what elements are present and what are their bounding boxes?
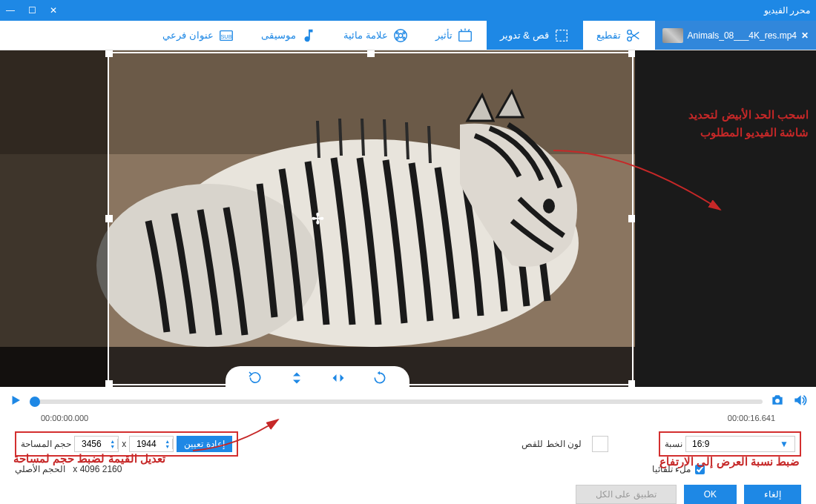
toolbar-tabs: تقطيع قص & تدوير تأثير علامة مائية موسيق… bbox=[0, 21, 655, 50]
video-preview[interactable]: ✢ bbox=[0, 50, 635, 387]
height-spinner[interactable]: ▲▼ bbox=[108, 439, 118, 449]
tab-label: تقطيع bbox=[596, 30, 621, 41]
sidebar: اسحب الحد الأبيض لتحديد شاشة الفيديو الم… bbox=[635, 50, 816, 387]
tab-effect[interactable]: تأثير bbox=[422, 21, 487, 50]
chevron-down-icon: ▼ bbox=[780, 439, 789, 449]
area-label: حجم المساحة bbox=[21, 439, 71, 449]
svg-point-5 bbox=[398, 33, 403, 38]
tab-label: تأثير bbox=[435, 30, 453, 41]
crop-handle-tr[interactable] bbox=[628, 50, 635, 57]
timeline-thumb[interactable] bbox=[30, 397, 40, 407]
titlebar: محرر الفيديو — ☐ ✕ bbox=[0, 0, 816, 21]
annotation-adjust-value: تعديل القيمة لضبط حجم لمساحة bbox=[13, 452, 165, 465]
settings-panel: 16:9 ▼ نسبة لون الخط للقص إعادة تعيين ▲▼… bbox=[0, 422, 816, 480]
tab-subtitle[interactable]: SUB عنوان فرعي bbox=[149, 21, 248, 50]
rotate-controls bbox=[226, 366, 409, 387]
apply-all-button[interactable]: تطبيق على الكل bbox=[576, 485, 677, 504]
svg-rect-3 bbox=[458, 31, 471, 41]
svg-point-0 bbox=[627, 30, 631, 34]
play-button[interactable] bbox=[9, 394, 22, 410]
crop-handle-l[interactable] bbox=[105, 215, 113, 222]
annotation-set-ratio: ضبط نسبة العرض إلى الارتفاع bbox=[659, 455, 800, 468]
crop-dimmed-area bbox=[0, 50, 108, 387]
music-icon bbox=[300, 27, 317, 44]
ok-button[interactable]: OK bbox=[684, 485, 737, 504]
width-input[interactable]: ▲▼ bbox=[129, 436, 174, 452]
annotation-drag-border: اسحب الحد الأبيض لتحديد شاشة الفيديو الم… bbox=[688, 106, 809, 142]
rotate-cw-button[interactable] bbox=[372, 371, 387, 385]
crop-frame[interactable] bbox=[108, 52, 634, 385]
height-field[interactable] bbox=[75, 437, 108, 451]
maximize-button[interactable]: ☐ bbox=[28, 5, 36, 16]
reset-rotation-button[interactable] bbox=[248, 371, 263, 385]
file-name: Animals_08___4K_res.mp4 bbox=[688, 30, 797, 41]
toolbar: Animals_08___4K_res.mp4 ✕ تقطيع قص & تدو… bbox=[0, 21, 816, 50]
original-size-value: 2160 x 4096 bbox=[73, 464, 122, 474]
crop-line-color-swatch[interactable] bbox=[592, 436, 608, 452]
svg-point-4 bbox=[394, 29, 407, 42]
tab-label: موسيقى bbox=[261, 30, 296, 41]
file-thumbnail bbox=[662, 28, 683, 43]
snapshot-button[interactable] bbox=[770, 393, 785, 411]
tab-cut[interactable]: تقطيع bbox=[583, 21, 655, 50]
subtitle-icon: SUB bbox=[218, 27, 234, 44]
svg-point-1 bbox=[627, 36, 631, 41]
flip-horizontal-button[interactable] bbox=[331, 371, 346, 385]
crop-handle-bl[interactable] bbox=[105, 380, 113, 387]
ratio-group-highlight: 16:9 ▼ نسبة bbox=[659, 431, 801, 457]
width-spinner[interactable]: ▲▼ bbox=[162, 439, 173, 449]
file-close-button[interactable]: ✕ bbox=[801, 30, 809, 41]
tab-watermark[interactable]: علامة مائية bbox=[330, 21, 422, 50]
ratio-value: 16:9 bbox=[692, 439, 709, 449]
close-button[interactable]: ✕ bbox=[50, 5, 57, 16]
timeline-times: 00:00:00.000 00:00:16.641 bbox=[0, 414, 816, 422]
crop-center-cross: ✢ bbox=[312, 210, 324, 228]
crop-handle-r[interactable] bbox=[628, 215, 635, 222]
ratio-label: نسبة bbox=[665, 439, 682, 449]
x-separator: x bbox=[122, 439, 126, 449]
tab-label: عنوان فرعي bbox=[162, 30, 214, 41]
window-controls: — ☐ ✕ bbox=[6, 5, 57, 16]
time-current: 00:00:00.000 bbox=[41, 414, 88, 422]
svg-point-7 bbox=[403, 31, 405, 33]
tab-label: علامة مائية bbox=[343, 30, 388, 41]
tab-crop-rotate[interactable]: قص & تدوير bbox=[487, 21, 583, 50]
width-field[interactable] bbox=[130, 437, 162, 451]
svg-point-6 bbox=[396, 31, 398, 33]
svg-text:SUB: SUB bbox=[221, 33, 232, 39]
timeline-track[interactable] bbox=[30, 399, 763, 404]
height-input[interactable]: ▲▼ bbox=[74, 436, 119, 452]
time-total: 00:00:16.641 bbox=[728, 414, 775, 422]
crop-handle-tl[interactable] bbox=[105, 50, 113, 57]
crop-handle-t[interactable] bbox=[367, 50, 375, 57]
cancel-button[interactable]: إلغاء bbox=[744, 485, 801, 504]
scissors-icon bbox=[625, 27, 642, 44]
svg-point-8 bbox=[396, 37, 398, 39]
file-tab[interactable]: Animals_08___4K_res.mp4 ✕ bbox=[655, 21, 816, 50]
crop-icon bbox=[553, 27, 570, 44]
flip-vertical-button[interactable] bbox=[289, 371, 304, 385]
window-title: محرر الفيديو bbox=[764, 5, 810, 16]
svg-point-9 bbox=[403, 37, 405, 39]
preview-panel: ✢ bbox=[0, 50, 635, 387]
effect-icon bbox=[457, 27, 473, 44]
volume-button[interactable] bbox=[792, 393, 807, 411]
aspect-ratio-select[interactable]: 16:9 ▼ bbox=[685, 436, 795, 452]
svg-rect-2 bbox=[556, 30, 567, 41]
watermark-icon bbox=[392, 27, 409, 44]
tab-label: قص & تدوير bbox=[500, 30, 549, 41]
main-area: اسحب الحد الأبيض لتحديد شاشة الفيديو الم… bbox=[0, 50, 816, 387]
crop-handle-br[interactable] bbox=[628, 380, 635, 387]
footer: إلغاء OK تطبيق على الكل bbox=[0, 480, 816, 504]
tab-music[interactable]: موسيقى bbox=[248, 21, 330, 50]
original-size-label: الحجم الأصلي bbox=[15, 464, 65, 474]
svg-point-17 bbox=[775, 399, 780, 403]
crop-line-color-label: لون الخط للقص bbox=[521, 439, 582, 449]
reset-button[interactable]: إعادة تعيين bbox=[177, 436, 231, 452]
minimize-button[interactable]: — bbox=[6, 5, 15, 16]
timeline bbox=[0, 387, 816, 417]
